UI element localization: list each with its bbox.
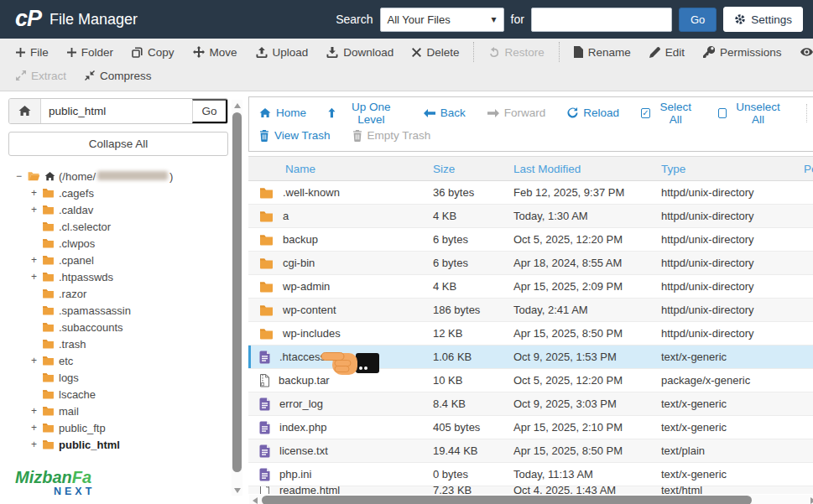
search-scope-select[interactable]: All Your Files ▾ <box>380 8 504 32</box>
new-file-button[interactable]: File <box>7 44 58 61</box>
permissions-button[interactable]: Permissions <box>694 44 791 61</box>
file-row-license.txt[interactable]: license.txt19.44 KBApr 15, 2025, 8:50 PM… <box>248 439 813 463</box>
tree-item-caldav[interactable]: + .caldav <box>8 201 245 218</box>
file-row-index.php[interactable]: index.php405 bytesApr 15, 2025, 2:10 PMt… <box>248 416 813 439</box>
tree-item-logs[interactable]: logs <box>8 369 245 386</box>
file-name[interactable]: license.txt <box>279 444 328 457</box>
file-name[interactable]: .well-known <box>283 186 340 199</box>
file-name[interactable]: wp-content <box>283 304 336 316</box>
settings-button[interactable]: Settings <box>723 7 803 32</box>
search-input[interactable] <box>531 8 672 32</box>
extract-button[interactable]: Extract <box>7 67 76 85</box>
file-name[interactable]: a <box>283 210 289 222</box>
file-name[interactable]: wp-admin <box>283 280 330 293</box>
expand-toggle[interactable]: + <box>31 439 42 450</box>
folder-icon <box>42 272 55 282</box>
file-name[interactable]: backup.tar <box>279 374 330 387</box>
file-row-.htaccess[interactable]: .htaccess1.06 KBOct 9, 2025, 1:53 PMtext… <box>248 346 813 369</box>
restore-button[interactable]: Restore <box>479 44 553 61</box>
search-go-button[interactable]: Go <box>679 8 717 32</box>
expand-toggle[interactable]: + <box>31 405 42 417</box>
nav-up-one-level-link[interactable]: Up One Level <box>328 101 402 126</box>
file-row-wp-includes[interactable]: wp-includes12 KBApr 15, 2025, 8:50 PMhtt… <box>248 322 813 346</box>
column-header-type[interactable]: Type <box>661 163 804 175</box>
tree-item-cagefs[interactable]: + .cagefs <box>8 184 245 201</box>
copy-button[interactable]: Copy <box>122 44 184 61</box>
tree-root-home[interactable]: − (/home/) <box>8 168 245 184</box>
rename-button[interactable]: Rename <box>565 44 640 61</box>
file-name[interactable]: backup <box>283 233 318 246</box>
edit-button[interactable]: Edit <box>640 44 694 61</box>
file-name[interactable]: wp-includes <box>283 327 341 340</box>
scrollbar-thumb[interactable] <box>232 112 242 472</box>
tree-item-lscache[interactable]: lscache <box>8 386 245 403</box>
file-row-php.ini[interactable]: php.ini0 bytesToday, 11:13 AMtext/x-gene… <box>248 463 813 486</box>
nav-home-link[interactable]: Home <box>259 107 306 119</box>
scroll-down-arrow[interactable] <box>232 485 242 496</box>
tree-item-subaccounts[interactable]: .subaccounts <box>8 319 245 335</box>
file-row-readme.html[interactable]: readme.html7.23 KBOct 4, 2025, 1:43 AMte… <box>248 486 813 494</box>
file-row-backup[interactable]: backup6 bytesOct 5, 2025, 12:20 PMhttpd/… <box>248 228 813 252</box>
compress-button[interactable]: Compress <box>76 67 161 85</box>
nav-back-link[interactable]: Back <box>424 107 466 119</box>
nav-unselect-all-link[interactable]: Unselect All <box>718 101 784 126</box>
tree-item-etc[interactable]: + etc <box>8 352 245 369</box>
tree-item-clwpos[interactable]: .clwpos <box>8 235 245 252</box>
delete-button[interactable]: Delete <box>403 44 468 61</box>
expand-toggle[interactable]: + <box>31 204 42 216</box>
expand-toggle[interactable]: + <box>31 422 42 434</box>
nav-forward-link[interactable]: Forward <box>487 107 546 119</box>
path-input[interactable] <box>41 99 192 123</box>
tree-item-htpasswds[interactable]: + .htpasswds <box>8 268 245 285</box>
file-name[interactable]: readme.html <box>279 486 340 494</box>
tree-item-public_html[interactable]: + public_html <box>8 436 245 453</box>
file-row-cgi-bin[interactable]: cgi-bin6 bytesApr 18, 2024, 8:55 AMhttpd… <box>248 252 813 275</box>
expand-toggle[interactable]: + <box>31 355 42 366</box>
file-name[interactable]: php.ini <box>279 468 311 481</box>
column-header-name[interactable]: Name <box>248 163 433 175</box>
file-row-.well-known[interactable]: .well-known36 bytesFeb 12, 2025, 9:37 PM… <box>248 181 813 205</box>
file-row-wp-admin[interactable]: wp-admin4 KBApr 15, 2025, 2:09 PMhttpd/u… <box>248 275 813 299</box>
file-row-a[interactable]: a4 KBToday, 1:30 AMhttpd/unix-directory <box>248 205 813 228</box>
tree-item-spamassassin[interactable]: .spamassassin <box>8 302 245 319</box>
nav-view-trash-link[interactable]: View Trash <box>259 129 331 142</box>
expand-toggle[interactable]: + <box>31 254 42 266</box>
sidebar-scrollbar[interactable] <box>232 100 242 496</box>
column-header-size[interactable]: Size <box>433 163 513 175</box>
collapse-all-button[interactable]: Collapse All <box>8 132 228 156</box>
file-name[interactable]: .htaccess <box>279 351 326 363</box>
path-go-button[interactable]: Go <box>192 99 227 123</box>
expand-toggle[interactable]: + <box>31 187 42 199</box>
file-name[interactable]: cgi-bin <box>283 257 315 269</box>
move-button[interactable]: Move <box>184 44 247 61</box>
tree-item-trash[interactable]: .trash <box>8 335 245 352</box>
home-path-button[interactable] <box>9 99 41 123</box>
tree-item-clselector[interactable]: .cl.selector <box>8 218 245 235</box>
nav-empty-trash-link[interactable]: Empty Trash <box>352 129 431 142</box>
collapse-toggle[interactable]: − <box>16 170 27 182</box>
file-row-error_log[interactable]: error_log8.4 KBOct 9, 2025, 3:03 PMtext/… <box>248 392 813 416</box>
tree-item-public_ftp[interactable]: + public_ftp <box>8 419 245 436</box>
nav-reload-link[interactable]: Reload <box>567 107 619 119</box>
table-horizontal-scrollbar[interactable] <box>249 495 813 504</box>
file-name[interactable]: index.php <box>279 421 326 434</box>
expand-toggle[interactable]: + <box>31 271 42 283</box>
file-row-backup.tar[interactable]: backup.tar10 KBOct 5, 2025, 12:20 PMpack… <box>248 369 813 392</box>
tree-item-mail[interactable]: + mail <box>8 403 245 419</box>
scroll-right-arrow[interactable] <box>808 495 813 504</box>
new-folder-button[interactable]: Folder <box>58 44 122 61</box>
download-button[interactable]: Download <box>317 44 403 61</box>
toolbar-label: File <box>30 46 49 59</box>
upload-button[interactable]: Upload <box>247 44 318 61</box>
file-row-wp-content[interactable]: wp-content186 bytesToday, 2:41 AMhttpd/u… <box>248 299 813 322</box>
scrollbar-thumb[interactable] <box>262 496 752 504</box>
view-button[interactable]: View <box>791 44 813 61</box>
column-header-permissions[interactable]: Pe <box>804 163 813 175</box>
file-name[interactable]: error_log <box>279 397 323 410</box>
scroll-up-arrow[interactable] <box>232 100 242 111</box>
tree-item-razor[interactable]: .razor <box>8 285 245 302</box>
scroll-left-arrow[interactable] <box>249 495 260 504</box>
nav-select-all-link[interactable]: ✓ Select All <box>641 101 696 126</box>
column-header-last-modified[interactable]: Last Modified <box>513 163 661 175</box>
tree-item-cpanel[interactable]: + .cpanel <box>8 252 245 268</box>
